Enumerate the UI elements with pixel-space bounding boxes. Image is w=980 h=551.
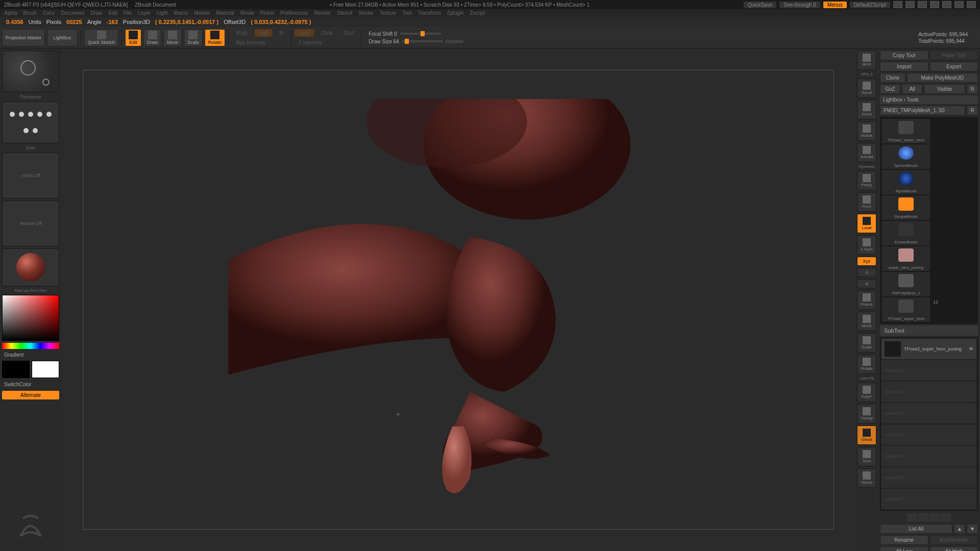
import-button[interactable]: Import [880, 62, 928, 71]
bpr-button[interactable]: BPR [857, 51, 876, 70]
frame-button[interactable]: Frame [857, 290, 876, 310]
menu-stencil[interactable]: Stencil [337, 10, 352, 16]
zoom-button[interactable]: Zoom [857, 100, 876, 119]
menu-zscript[interactable]: Zscript [470, 10, 485, 16]
window-layout-3-icon[interactable] [918, 1, 927, 8]
window-layout-1-icon[interactable] [893, 1, 902, 8]
autoreorder-button[interactable]: AutoReorder [930, 535, 978, 545]
texture-selector[interactable]: Texture Off [2, 201, 59, 246]
menu-alpha[interactable]: Alpha [4, 10, 17, 16]
goz-r-button[interactable]: R [967, 84, 978, 94]
subtool-top-icon[interactable] [929, 513, 940, 521]
rgb-toggle[interactable]: Rgb [255, 29, 272, 37]
seethrough-slider[interactable]: See-through 0 [779, 2, 820, 8]
tool-item[interactable]: AlphaBrush [882, 170, 930, 194]
window-layout-2-icon[interactable] [905, 1, 915, 8]
m-toggle[interactable]: M [275, 29, 287, 37]
menu-color[interactable]: Color [43, 10, 55, 16]
menu-macro[interactable]: Macro [174, 10, 188, 16]
z-intensity-slider[interactable]: Z Intensity [295, 39, 358, 46]
move-button[interactable]: Move [163, 29, 182, 46]
subtool-item[interactable]: Unused 3 [881, 403, 976, 423]
subtool-header[interactable]: SubTool [880, 325, 978, 336]
subtool-up-icon[interactable] [907, 513, 917, 521]
window-close-icon[interactable] [967, 1, 976, 8]
menu-movie[interactable]: Movie [240, 10, 254, 16]
subtool-item[interactable]: Unused 1 [881, 360, 976, 381]
menu-light[interactable]: Light [157, 10, 168, 16]
alpha-selector[interactable]: Alpha Off [2, 153, 59, 198]
rotate-button[interactable]: Rotate [205, 29, 226, 46]
stroke-dots[interactable] [2, 102, 59, 143]
menu-zplugin[interactable]: Zplugin [447, 10, 464, 16]
eye-icon[interactable]: 👁 [969, 346, 973, 352]
polyf-button[interactable]: PolyF [857, 383, 876, 402]
defaultzscript-button[interactable]: DefaultZScript [850, 2, 890, 8]
tool-item[interactable]: TMPolyMesh_1 [882, 272, 930, 296]
actual-button[interactable]: Actual [857, 121, 876, 141]
menu-render[interactable]: Render [314, 10, 331, 16]
tool-item[interactable]: EraserBrush [882, 221, 930, 245]
lock-toggle[interactable]: ⊙ [857, 268, 876, 277]
menu-layer[interactable]: Layer [138, 10, 151, 16]
clone-button[interactable]: Clone [880, 73, 905, 83]
menu-edit[interactable]: Edit [109, 10, 117, 16]
menu-file[interactable]: File [124, 10, 132, 16]
tool-r-button[interactable]: R [967, 106, 978, 115]
menu-brush[interactable]: Brush [23, 10, 37, 16]
xpose-button[interactable]: Xpose [857, 468, 876, 488]
all-low-button[interactable]: All Low [880, 546, 928, 551]
local-button[interactable]: Local [857, 214, 876, 233]
projection-master-button[interactable]: Projection Master [2, 29, 45, 46]
arrow-down-icon[interactable]: ▼ [967, 524, 978, 534]
list-all-button[interactable]: List All [880, 524, 952, 534]
tool-item[interactable]: SphereBrush [882, 144, 930, 169]
tool-item[interactable]: super_hero_posing [882, 246, 930, 271]
subtool-item[interactable]: TPose2_super_hero_posing 👁 [881, 339, 976, 359]
menu-preferences[interactable]: Preferences [281, 10, 308, 16]
aahalf-button[interactable]: AAHalf [857, 143, 876, 162]
goz-button[interactable]: GoZ [880, 84, 900, 94]
ghost-button[interactable]: Ghost [857, 425, 876, 445]
goz-visible-button[interactable]: Visible [924, 84, 965, 94]
edit-button[interactable]: Edit [125, 29, 141, 46]
hue-strip[interactable] [2, 343, 59, 349]
arrow-up-icon[interactable]: ▲ [954, 524, 965, 534]
zadd-toggle[interactable]: Zadd [295, 29, 314, 37]
scale-button[interactable]: Scale [184, 29, 203, 46]
copy-tool-button[interactable]: Copy Tool [880, 51, 928, 60]
focal-shift-slider[interactable]: Focal Shift 0 [369, 31, 463, 37]
menu-material[interactable]: Material [216, 10, 235, 16]
subtool-item[interactable]: Unused 5 [881, 446, 976, 466]
quicksave-button[interactable]: QuickSave [744, 2, 776, 8]
draw-button[interactable]: Draw [143, 29, 161, 46]
subtool-item[interactable]: Unused 2 [881, 382, 976, 402]
nav-scale-button[interactable]: Scale [857, 333, 876, 353]
window-maximize-icon[interactable] [954, 1, 964, 8]
subtool-item[interactable]: Unused 7 [881, 489, 976, 509]
menu-transform[interactable]: Transform [418, 10, 440, 16]
spix-label[interactable]: SPix 3 [861, 72, 872, 77]
window-minimize-icon[interactable] [942, 1, 951, 8]
material-selector[interactable] [2, 248, 59, 286]
swatch-primary[interactable] [32, 361, 59, 378]
quicksketch-button[interactable]: Quick Sketch [84, 29, 118, 46]
zsub-toggle[interactable]: Zsub [317, 29, 336, 37]
menus-button[interactable]: Menus [823, 2, 847, 8]
tool-item[interactable]: SimpleBrush [882, 195, 930, 220]
center-toggle[interactable]: ⊕ [857, 279, 876, 288]
lightbox-tools-header[interactable]: Lightbox › Tools [880, 95, 978, 104]
viewport-canvas[interactable]: ✦ [61, 48, 855, 551]
goz-all-button[interactable]: All [902, 84, 922, 94]
nav-move-button[interactable]: Move [857, 312, 876, 331]
persp-button[interactable]: Persp [857, 171, 876, 190]
scroll-button[interactable]: Scroll [857, 79, 876, 98]
tool-item[interactable]: TPose2_super_hero [882, 119, 930, 143]
lsym-button[interactable]: L.Sym [857, 235, 876, 255]
floor-button[interactable]: Floor [857, 192, 876, 212]
tool-item[interactable]: TPose2_super_hero [882, 297, 930, 322]
menu-tool[interactable]: Tool [402, 10, 411, 16]
lightbox-button[interactable]: LightBox [47, 29, 78, 46]
solo-button[interactable]: Solo [857, 447, 876, 466]
transp-button[interactable]: Transp [857, 404, 876, 423]
